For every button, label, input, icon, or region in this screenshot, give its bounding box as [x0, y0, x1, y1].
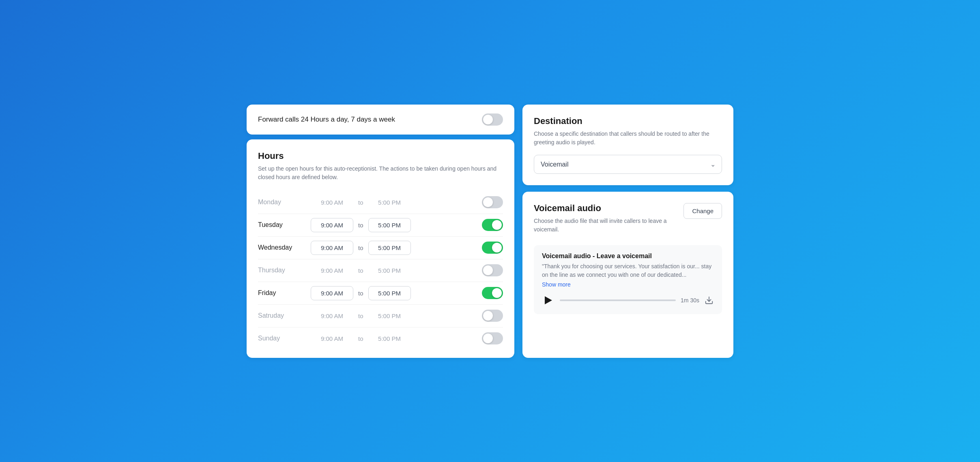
destination-select[interactable]: VoicemailExtensionPhone NumberMenu [534, 155, 722, 174]
to-label-thursday: to [358, 267, 363, 274]
day-row: Thursdayto [258, 259, 503, 282]
toggle-slider-thursday [482, 264, 503, 276]
start-time-monday [311, 195, 353, 210]
play-icon [545, 296, 552, 304]
audio-file-quote: "Thank you for choosing our services. Yo… [542, 262, 714, 279]
end-time-sunday [368, 332, 411, 346]
start-time-satruday [311, 309, 353, 323]
forward-calls-toggle[interactable] [482, 113, 503, 126]
end-time-monday [368, 195, 411, 210]
forward-calls-card: Forward calls 24 Hours a day, 7 days a w… [247, 105, 514, 135]
day-name-friday: Friday [258, 289, 311, 297]
day-name-thursday: Thursday [258, 267, 311, 274]
to-label-satruday: to [358, 312, 363, 319]
change-audio-button[interactable]: Change [683, 203, 722, 219]
to-label-sunday: to [358, 335, 363, 342]
toggle-slider [482, 113, 503, 126]
toggle-slider-wednesday [482, 242, 503, 254]
play-button[interactable] [542, 294, 555, 307]
day-name-wednesday: Wednesday [258, 244, 311, 251]
day-toggle-friday[interactable] [482, 287, 503, 299]
download-icon[interactable] [704, 295, 714, 305]
day-name-tuesday: Tuesday [258, 221, 311, 229]
start-time-friday[interactable] [311, 286, 353, 300]
voicemail-audio-description: Choose the audio file that will invite c… [534, 217, 683, 234]
day-toggle-thursday[interactable] [482, 264, 503, 276]
day-toggle-tuesday[interactable] [482, 219, 503, 231]
audio-file-name: Voicemail audio - Leave a voicemail [542, 252, 714, 260]
day-row: Fridayto [258, 282, 503, 305]
destination-card: Destination Choose a specific destinatio… [522, 105, 733, 185]
day-name-monday: Monday [258, 199, 311, 206]
start-time-thursday [311, 263, 353, 278]
toggle-slider-friday [482, 287, 503, 299]
voicemail-audio-card: Voicemail audio Choose the audio file th… [522, 192, 733, 358]
voicemail-audio-header: Voicemail audio Choose the audio file th… [534, 203, 722, 242]
day-row: Wednesdayto [258, 237, 503, 259]
end-time-wednesday[interactable] [368, 241, 411, 255]
hours-description: Set up the open hours for this auto-rece… [258, 165, 503, 182]
hours-title: Hours [258, 151, 503, 161]
to-label-monday: to [358, 199, 363, 206]
day-row: Tuesdayto [258, 214, 503, 237]
audio-duration: 1m 30s [681, 297, 699, 304]
audio-player: 1m 30s [542, 294, 714, 307]
end-time-satruday [368, 309, 411, 323]
day-name-sunday: Sunday [258, 335, 311, 342]
voicemail-audio-title: Voicemail audio [534, 203, 683, 214]
start-time-sunday [311, 332, 353, 346]
end-time-tuesday[interactable] [368, 218, 411, 232]
to-label-friday: to [358, 290, 363, 297]
toggle-slider-tuesday [482, 219, 503, 231]
end-time-thursday [368, 263, 411, 278]
end-time-friday[interactable] [368, 286, 411, 300]
day-toggle-sunday[interactable] [482, 332, 503, 344]
right-panel: Destination Choose a specific destinatio… [522, 105, 733, 358]
destination-description: Choose a specific destination that calle… [534, 130, 722, 147]
day-row: Satrudayto [258, 305, 503, 327]
day-name-satruday: Satruday [258, 312, 311, 319]
destination-select-wrapper: VoicemailExtensionPhone NumberMenu ⌄ [534, 155, 722, 174]
audio-file-card: Voicemail audio - Leave a voicemail "Tha… [534, 245, 722, 314]
toggle-slider-satruday [482, 310, 503, 322]
day-row: Sundayto [258, 327, 503, 350]
day-toggle-satruday[interactable] [482, 310, 503, 322]
day-row: Mondayto [258, 191, 503, 214]
toggle-slider-sunday [482, 332, 503, 344]
destination-title: Destination [534, 116, 722, 126]
hours-card: Hours Set up the open hours for this aut… [247, 139, 514, 358]
toggle-slider-monday [482, 196, 503, 208]
start-time-tuesday[interactable] [311, 218, 353, 232]
days-container: MondaytoTuesdaytoWednesdaytoThursdaytoFr… [258, 191, 503, 350]
show-more-link[interactable]: Show more [542, 281, 571, 288]
left-panel: Forward calls 24 Hours a day, 7 days a w… [247, 105, 514, 358]
to-label-tuesday: to [358, 222, 363, 229]
day-toggle-monday[interactable] [482, 196, 503, 208]
to-label-wednesday: to [358, 244, 363, 251]
start-time-wednesday[interactable] [311, 241, 353, 255]
day-toggle-wednesday[interactable] [482, 242, 503, 254]
audio-progress-bar[interactable] [560, 299, 676, 301]
forward-calls-label: Forward calls 24 Hours a day, 7 days a w… [258, 116, 395, 124]
